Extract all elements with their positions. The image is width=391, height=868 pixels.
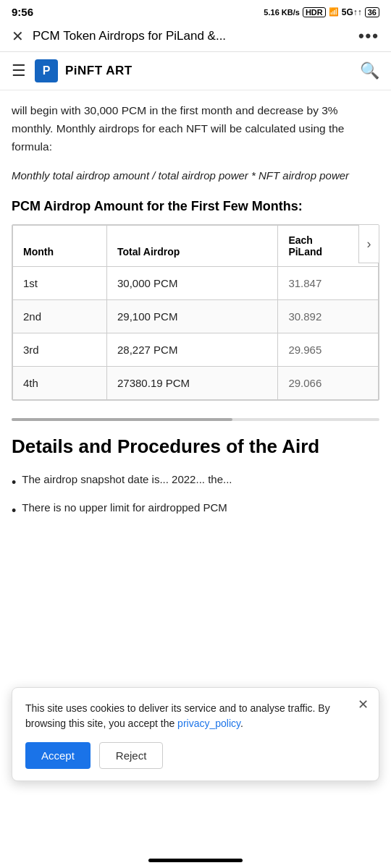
list-item: • There is no upper limit for airdropped… xyxy=(12,500,379,521)
status-right: 5.16 KB/s HDR 📶 5G↑↑ 36 xyxy=(264,7,379,17)
list-item: • The airdrop snapshot date is... 2022..… xyxy=(12,472,379,493)
search-icon[interactable]: 🔍 xyxy=(360,61,379,80)
table-cell-month: 4th xyxy=(13,367,107,400)
status-signal2: 5G↑↑ xyxy=(342,7,362,17)
site-logo: P xyxy=(35,59,58,82)
col-header-month: Month xyxy=(13,226,107,267)
privacy-policy-link[interactable]: privacy_policy xyxy=(177,718,240,729)
table-scroll-chevron[interactable]: › xyxy=(358,225,379,263)
bullet-text-1: The airdrop snapshot date is... 2022... … xyxy=(22,472,232,488)
table-row: 3rd28,227 PCM29.965 xyxy=(13,333,379,367)
table-cell-total: 28,227 PCM xyxy=(107,333,278,367)
col-header-total-airdrop: Total Airdrop xyxy=(107,226,278,267)
table-cell-each: 29.066 xyxy=(278,367,379,400)
section2-title: Details and Procedures of the Aird xyxy=(12,435,379,458)
status-time: 9:56 xyxy=(12,6,33,18)
home-bar xyxy=(148,859,243,862)
bullet-section: • The airdrop snapshot date is... 2022..… xyxy=(0,472,391,540)
chevron-right-icon: › xyxy=(367,237,371,252)
logo-letter: P xyxy=(43,64,51,77)
status-battery: 36 xyxy=(365,7,379,17)
formula-paragraph: Monthly total airdrop amount / total air… xyxy=(12,167,379,184)
reject-button[interactable]: Reject xyxy=(99,742,164,769)
table-cell-each: 30.892 xyxy=(278,300,379,333)
table-row: 2nd29,100 PCM30.892 xyxy=(13,300,379,333)
table-cell-month: 3rd xyxy=(13,333,107,367)
cookie-text: This site uses cookies to deliver its se… xyxy=(25,701,366,732)
table-cell-each: 29.965 xyxy=(278,333,379,367)
site-title: PiNFT ART xyxy=(65,64,360,78)
table-cell-total: 27380.19 PCM xyxy=(107,367,278,400)
bullet-icon: • xyxy=(12,501,16,521)
sub-header: ☰ P PiNFT ART 🔍 xyxy=(0,52,391,90)
page-title: PCM Token Airdrops for PiLand &... xyxy=(33,29,358,43)
status-speed: 5.16 KB/s xyxy=(264,8,300,17)
close-button[interactable]: ✕ xyxy=(12,27,24,45)
bullet-text-2: There is no upper limit for airdropped P… xyxy=(22,500,227,516)
table-cell-month: 1st xyxy=(13,267,107,300)
airdrop-table: Month Total Airdrop EachPiLand 1st30,000… xyxy=(12,225,379,400)
accept-button[interactable]: Accept xyxy=(25,742,91,769)
scroll-thumb xyxy=(12,418,232,421)
top-nav: ✕ PCM Token Airdrops for PiLand &... ••• xyxy=(0,21,391,52)
table-cell-total: 30,000 PCM xyxy=(107,267,278,300)
main-content: will begin with 30,000 PCM in the first … xyxy=(0,90,391,421)
bullet-icon: • xyxy=(12,473,16,493)
table-cell-total: 29,100 PCM xyxy=(107,300,278,333)
status-bar: 9:56 5.16 KB/s HDR 📶 5G↑↑ 36 xyxy=(0,0,391,21)
hamburger-menu-icon[interactable]: ☰ xyxy=(12,61,26,80)
table-row: 4th27380.19 PCM29.066 xyxy=(13,367,379,400)
cookie-buttons: Accept Reject xyxy=(25,742,366,769)
status-hdr: HDR xyxy=(303,7,326,17)
airdrop-table-wrapper: Month Total Airdrop EachPiLand 1st30,000… xyxy=(12,224,379,401)
cookie-banner: ✕ This site uses cookies to deliver its … xyxy=(12,687,379,781)
intro-paragraph: will begin with 30,000 PCM in the first … xyxy=(12,102,379,156)
table-row: 1st30,000 PCM31.847 xyxy=(13,267,379,300)
status-signal: 📶 xyxy=(329,7,339,17)
scroll-indicator xyxy=(12,418,379,421)
more-menu-button[interactable]: ••• xyxy=(358,27,379,46)
table-cell-each: 31.847 xyxy=(278,267,379,300)
table-cell-month: 2nd xyxy=(13,300,107,333)
section-title: PCM Airdrop Amount for the First Few Mon… xyxy=(12,199,379,214)
cookie-close-button[interactable]: ✕ xyxy=(358,697,369,712)
